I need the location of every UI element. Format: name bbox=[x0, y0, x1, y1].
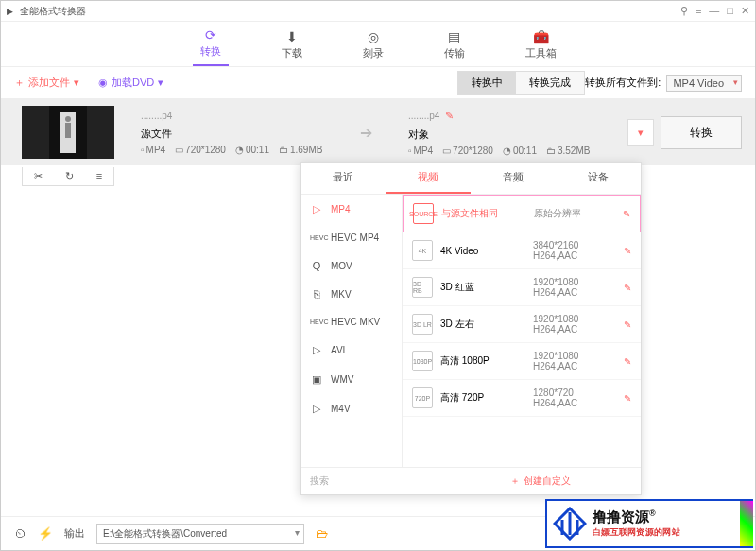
container-badge: ▫ MP4 bbox=[408, 146, 433, 156]
output-path-combo[interactable]: E:\全能格式转换器\Converted bbox=[96, 524, 304, 544]
window-controls: ⚲ ≡ — □ ✕ bbox=[680, 5, 749, 17]
res-name: 4K Video bbox=[440, 246, 525, 256]
arrow-icon: ➔ bbox=[351, 124, 382, 142]
popup-footer: 搜索 ＋创建自定义 bbox=[301, 467, 641, 494]
format-popup: 最近 视频 音频 设备 ▷MP4 HEVCHEVC MP4 QMOV ⎘MKV … bbox=[300, 162, 642, 495]
plus-icon: ＋ bbox=[14, 76, 25, 90]
format-item[interactable]: ▷M4V bbox=[301, 394, 402, 423]
format-icon: HEVC bbox=[310, 234, 323, 241]
adjust-icon[interactable]: ≡ bbox=[96, 170, 102, 182]
format-item[interactable]: ⎘MKV bbox=[301, 280, 402, 308]
resolution-item[interactable]: 3D RB 3D 红蓝 1920*1080 H264,AAC ✎ bbox=[403, 269, 641, 306]
seg-converting[interactable]: 转换中 bbox=[458, 72, 516, 94]
edit-icon[interactable]: ✎ bbox=[624, 356, 631, 367]
resolution-item[interactable]: 4K 4K Video 3840*2160 H264,AAC ✎ bbox=[403, 232, 641, 269]
res-desc: 1920*1080 H264,AAC bbox=[533, 277, 616, 298]
tab-transfer[interactable]: ▤ 传输 bbox=[437, 26, 472, 66]
tab-label: 工具箱 bbox=[525, 46, 557, 60]
edit-icon[interactable]: ✎ bbox=[623, 209, 630, 219]
thumbnail-tools: ✂ ↻ ≡ bbox=[22, 167, 114, 186]
open-folder-icon[interactable]: 🗁 bbox=[316, 526, 328, 541]
tab-convert[interactable]: ⟳ 转换 bbox=[193, 24, 229, 66]
plus-icon: ＋ bbox=[510, 474, 520, 488]
load-dvd-button[interactable]: ◉ 加载DVD ▾ bbox=[98, 76, 163, 90]
resolution: ▭ 720*1280 bbox=[442, 146, 493, 156]
format-icon: Q bbox=[310, 260, 323, 271]
tab-label: 转换 bbox=[200, 44, 221, 59]
edit-icon[interactable]: ✎ bbox=[624, 393, 631, 404]
minimize-button[interactable]: — bbox=[709, 5, 719, 17]
convert-all-control: 转换所有文件到: MP4 Video bbox=[585, 75, 742, 92]
tab-label: 传输 bbox=[444, 46, 465, 60]
res-name: 3D 红蓝 bbox=[440, 281, 525, 294]
seg-done[interactable]: 转换完成 bbox=[516, 72, 584, 94]
resolution-item[interactable]: 1080P 高清 1080P 1920*1080 H264,AAC ✎ bbox=[403, 343, 641, 380]
tab-toolbox[interactable]: 🧰 工具箱 bbox=[518, 26, 564, 66]
format-item[interactable]: HEVCHEVC MKV bbox=[301, 308, 402, 336]
status-segment: 转换中 转换完成 bbox=[457, 71, 585, 95]
app-logo-icon: ▶ bbox=[7, 7, 16, 16]
maximize-button[interactable]: □ bbox=[727, 5, 733, 17]
tab-download[interactable]: ⬇ 下载 bbox=[274, 26, 310, 66]
tab-burn[interactable]: ◎ 刻录 bbox=[355, 26, 391, 66]
target-panel: ........p4✎ 对象 ▫ MP4 ▭ 720*1280 ◔ 00:11 … bbox=[382, 110, 618, 156]
brand-watermark: 撸撸资源® 白嫖互联网资源的网站 bbox=[545, 499, 753, 548]
format-item[interactable]: QMOV bbox=[301, 251, 402, 280]
res-desc: 3840*2160 H264,AAC bbox=[533, 240, 616, 261]
format-item[interactable]: HEVCHEVC MP4 bbox=[301, 224, 402, 251]
edit-icon[interactable]: ✎ bbox=[624, 283, 631, 293]
output-format-dropdown[interactable]: ▾ bbox=[627, 119, 654, 146]
edit-icon[interactable]: ✎ bbox=[624, 246, 631, 256]
res-name: 与源文件相同 bbox=[441, 207, 526, 220]
res-icon: 720P bbox=[412, 387, 433, 408]
convert-icon: ⟳ bbox=[205, 27, 216, 43]
tab-label: 下载 bbox=[282, 46, 302, 60]
add-file-button[interactable]: ＋ 添加文件 ▾ bbox=[14, 76, 79, 90]
convert-button[interactable]: 转换 bbox=[661, 116, 742, 149]
format-item[interactable]: ▣WMV bbox=[301, 365, 402, 394]
format-icon: ▷ bbox=[310, 203, 323, 215]
timer-icon[interactable]: ⏲ bbox=[14, 526, 26, 541]
target-label: 对象 bbox=[408, 128, 618, 142]
resolution-item[interactable]: SOURCE 与源文件相同 原始分辨率 ✎ bbox=[403, 195, 641, 232]
create-custom-button[interactable]: ＋创建自定义 bbox=[510, 474, 571, 488]
svg-point-2 bbox=[65, 116, 71, 122]
ptab-device[interactable]: 设备 bbox=[556, 163, 641, 194]
format-list: ▷MP4 HEVCHEVC MP4 QMOV ⎘MKV HEVCHEVC MKV… bbox=[301, 195, 403, 467]
ptab-video[interactable]: 视频 bbox=[386, 163, 471, 194]
edit-icon[interactable]: ✎ bbox=[624, 319, 631, 330]
resolution-item[interactable]: 720P 高清 720P 1280*720 H264,AAC ✎ bbox=[403, 380, 641, 417]
output-label: 输出 bbox=[64, 526, 85, 541]
res-desc: 1280*720 H264,AAC bbox=[533, 387, 616, 408]
format-search-input[interactable]: 搜索 bbox=[310, 474, 404, 488]
download-icon: ⬇ bbox=[286, 29, 298, 44]
duration: ◔ 00:11 bbox=[503, 146, 537, 156]
resolution-item[interactable]: 3D LR 3D 左右 1920*1080 H264,AAC ✎ bbox=[403, 306, 641, 343]
res-name: 3D 左右 bbox=[440, 318, 525, 331]
user-icon[interactable]: ⚲ bbox=[680, 5, 688, 17]
res-icon: 1080P bbox=[412, 351, 433, 371]
gpu-icon[interactable]: ⚡ bbox=[38, 526, 53, 541]
rotate-icon[interactable]: ↻ bbox=[65, 170, 74, 182]
close-button[interactable]: ✕ bbox=[741, 5, 749, 17]
burn-icon: ◎ bbox=[368, 29, 379, 44]
thumbnail[interactable] bbox=[22, 106, 114, 159]
res-icon: 3D LR bbox=[412, 314, 433, 335]
ptab-recent[interactable]: 最近 bbox=[301, 163, 386, 194]
chevron-down-icon: ▾ bbox=[74, 77, 79, 89]
target-format-combo[interactable]: MP4 Video bbox=[666, 75, 742, 92]
format-item[interactable]: ▷MP4 bbox=[301, 195, 402, 224]
duration: ◔ 00:11 bbox=[235, 145, 269, 155]
rename-icon[interactable]: ✎ bbox=[445, 110, 454, 121]
res-desc: 原始分辨率 bbox=[534, 207, 615, 220]
res-icon: 4K bbox=[412, 240, 433, 261]
resolution: ▭ 720*1280 bbox=[175, 145, 226, 155]
ptab-audio[interactable]: 音频 bbox=[471, 163, 556, 194]
format-item[interactable]: ▷AVI bbox=[301, 336, 402, 365]
menu-icon[interactable]: ≡ bbox=[696, 5, 701, 17]
filesize: 🗀 1.69MB bbox=[279, 145, 322, 155]
format-icon: ▷ bbox=[310, 403, 323, 415]
chevron-down-icon: ▾ bbox=[158, 77, 163, 89]
toolbar: ＋ 添加文件 ▾ ◉ 加载DVD ▾ 转换中 转换完成 转换所有文件到: MP4… bbox=[1, 67, 755, 99]
cut-icon[interactable]: ✂ bbox=[34, 170, 43, 182]
